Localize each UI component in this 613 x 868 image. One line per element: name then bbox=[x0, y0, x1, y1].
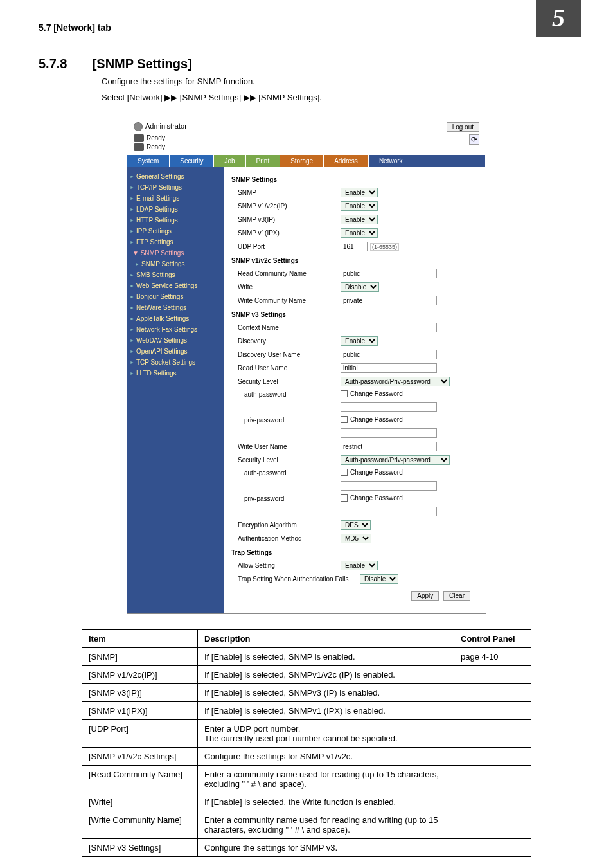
lbl-privpw: priv-password bbox=[231, 417, 341, 424]
cell-item: [SNMP] bbox=[82, 647, 198, 665]
cell-item: [Write] bbox=[82, 793, 198, 811]
table-row: [Write]If [Enable] is selected, the Writ… bbox=[82, 793, 531, 811]
sidebar-item-netfax[interactable]: Network Fax Settings bbox=[127, 324, 224, 335]
sidebar-item-bonjour[interactable]: Bonjour Settings bbox=[127, 291, 224, 302]
sidebar-item-tcpip[interactable]: TCP/IP Settings bbox=[127, 182, 224, 193]
group-snmp-settings: SNMP Settings bbox=[231, 176, 478, 183]
sidebar-item-ldap[interactable]: LDAP Settings bbox=[127, 204, 224, 215]
th-item: Item bbox=[82, 629, 198, 647]
tab-storage[interactable]: Storage bbox=[280, 155, 324, 167]
lbl-sec-level2: Security Level bbox=[231, 457, 341, 464]
lbl-v3ip: SNMP v3(IP) bbox=[231, 216, 341, 223]
table-row: [SNMP v3(IP)]If [Enable] is selected, SN… bbox=[82, 683, 531, 701]
input-authpw[interactable] bbox=[341, 402, 437, 412]
select-v3ip[interactable]: Enable bbox=[341, 215, 378, 224]
cell-desc: If [Enable] is selected, the Write funct… bbox=[198, 793, 454, 811]
input-udp-port[interactable] bbox=[341, 242, 368, 251]
select-snmp[interactable]: Enable bbox=[341, 188, 378, 197]
chk-privpw[interactable] bbox=[341, 416, 348, 423]
page-header: 5.7 [Network] tab 5 bbox=[39, 15, 574, 37]
th-desc: Description bbox=[198, 629, 454, 647]
admin-text: Administrator bbox=[145, 122, 187, 130]
input-disc-user[interactable] bbox=[341, 350, 437, 359]
refresh-button[interactable]: ⟳ bbox=[469, 134, 479, 145]
hint-udp-range: (1-65535) bbox=[370, 243, 399, 251]
select-discovery[interactable]: Enable bbox=[341, 336, 378, 346]
sidebar-item-tcpsocket[interactable]: TCP Socket Settings bbox=[127, 357, 224, 368]
table-row: [SNMP v1/v2c Settings]Configure the sett… bbox=[82, 747, 531, 765]
sidebar-item-webservice[interactable]: Web Service Settings bbox=[127, 280, 224, 291]
select-sec-level2[interactable]: Auth-password/Priv-password bbox=[341, 455, 450, 465]
input-read-comm[interactable] bbox=[341, 269, 437, 278]
select-v1ipx[interactable]: Enable bbox=[341, 228, 378, 238]
lbl-context: Context Name bbox=[231, 324, 341, 331]
table-row: [Write Community Name]Enter a community … bbox=[82, 811, 531, 838]
sidebar-item-webdav[interactable]: WebDAV Settings bbox=[127, 335, 224, 346]
sidebar-item-openapi[interactable]: OpenAPI Settings bbox=[127, 346, 224, 357]
tab-address[interactable]: Address bbox=[324, 155, 369, 167]
select-write[interactable]: Disable bbox=[341, 282, 379, 292]
cell-item: [SNMP v1/v2c Settings] bbox=[82, 747, 198, 765]
cell-cp bbox=[454, 765, 531, 793]
lbl-encalg: Encryption Algorithm bbox=[231, 521, 341, 529]
status-ready-2: Ready bbox=[147, 143, 165, 150]
clear-button[interactable]: Clear bbox=[443, 591, 470, 601]
sidebar-item-appletalk[interactable]: AppleTalk Settings bbox=[127, 313, 224, 324]
input-read-user[interactable] bbox=[341, 363, 437, 373]
content-pane: SNMP Settings SNMPEnable SNMP v1/v2c(IP)… bbox=[224, 167, 486, 613]
section-number: 5.7.8 bbox=[39, 57, 90, 71]
input-authpw2[interactable] bbox=[341, 481, 437, 491]
chk-authpw2[interactable] bbox=[341, 469, 348, 476]
lbl-write-user: Write User Name bbox=[231, 443, 341, 450]
table-row: [SNMP v1/v2c(IP)]If [Enable] is selected… bbox=[82, 665, 531, 683]
sidebar-item-http[interactable]: HTTP Settings bbox=[127, 215, 224, 226]
select-encalg[interactable]: DES bbox=[341, 520, 371, 530]
sidebar-item-netware[interactable]: NetWare Settings bbox=[127, 302, 224, 313]
chk-privpw2[interactable] bbox=[341, 494, 348, 502]
tab-system[interactable]: System bbox=[127, 155, 170, 167]
sidebar-item-ipp[interactable]: IPP Settings bbox=[127, 226, 224, 237]
select-trapfail[interactable]: Disable bbox=[360, 574, 398, 584]
lbl-trapfail: Trap Setting When Authentication Fails bbox=[231, 575, 360, 583]
sidebar-item-general[interactable]: General Settings bbox=[127, 171, 224, 182]
cell-desc: Enter a UDP port number. The currently u… bbox=[198, 719, 454, 747]
cell-desc: Configure the settings for SNMP v3. bbox=[198, 838, 454, 856]
sidebar-item-email[interactable]: E-mail Settings bbox=[127, 193, 224, 204]
sidebar-item-lltd[interactable]: LLTD Settings bbox=[127, 368, 224, 379]
input-privpw2[interactable] bbox=[341, 507, 437, 516]
tab-print[interactable]: Print bbox=[246, 155, 281, 167]
lbl-write: Write bbox=[231, 284, 341, 291]
table-row: [SNMP v1(IPX)]If [Enable] is selected, S… bbox=[82, 701, 531, 719]
tab-network[interactable]: Network bbox=[369, 155, 486, 167]
cell-desc: Enter a community name used for reading … bbox=[198, 811, 454, 838]
select-sec-level[interactable]: Auth-password/Priv-password bbox=[341, 377, 450, 386]
cell-cp bbox=[454, 838, 531, 856]
lbl-discovery: Discovery bbox=[231, 338, 341, 345]
logout-button[interactable]: Log out bbox=[447, 122, 479, 132]
sidebar-item-smb[interactable]: SMB Settings bbox=[127, 269, 224, 280]
cell-cp bbox=[454, 683, 531, 701]
chapter-number-box: 5 bbox=[536, 0, 581, 37]
select-allow[interactable]: Enable bbox=[341, 561, 378, 570]
input-write-comm[interactable] bbox=[341, 296, 437, 305]
sidebar-item-snmp-settings[interactable]: SNMP Settings bbox=[127, 258, 224, 269]
tab-security[interactable]: Security bbox=[170, 155, 214, 167]
group-trap: Trap Settings bbox=[231, 549, 478, 556]
select-authm[interactable]: MD5 bbox=[341, 534, 371, 543]
select-v1v2cip[interactable]: Enable bbox=[341, 201, 378, 211]
chk-privpw-label: Change Password bbox=[350, 416, 403, 423]
input-privpw[interactable] bbox=[341, 428, 437, 438]
scanner-icon bbox=[134, 143, 144, 151]
cell-desc: Enter a community name used for reading … bbox=[198, 765, 454, 793]
input-context[interactable] bbox=[341, 323, 437, 332]
lbl-sec-level: Security Level bbox=[231, 378, 341, 385]
tab-job[interactable]: Job bbox=[214, 155, 245, 167]
chk-authpw[interactable] bbox=[341, 390, 348, 397]
apply-button[interactable]: Apply bbox=[411, 591, 439, 601]
lbl-udp-port: UDP Port bbox=[231, 243, 341, 250]
sidebar-item-ftp[interactable]: FTP Settings bbox=[127, 237, 224, 248]
input-write-user[interactable] bbox=[341, 442, 437, 451]
screenshot-panel: Administrator Log out Ready Ready ⟳ Syst… bbox=[127, 118, 486, 614]
cell-item: [UDP Port] bbox=[82, 719, 198, 747]
lbl-disc-user: Discovery User Name bbox=[231, 351, 341, 358]
